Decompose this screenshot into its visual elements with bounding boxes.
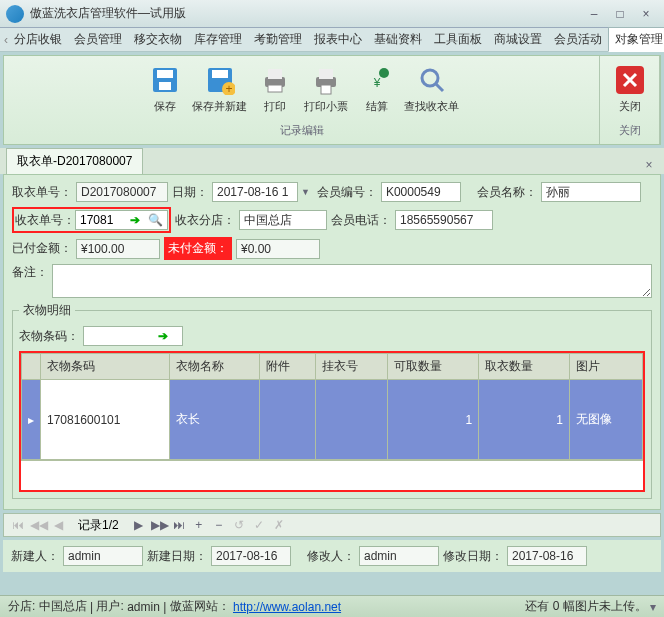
save-button[interactable]: 保存 — [142, 60, 188, 121]
modified-date-field — [507, 546, 587, 566]
date-field[interactable] — [212, 182, 298, 202]
unpaid-label: 未付金额： — [164, 237, 232, 260]
nav-first-button[interactable]: ⏮ — [10, 518, 26, 532]
cell-pic[interactable]: 无图像 — [570, 380, 643, 460]
menu-object[interactable]: 对象管理 — [608, 27, 664, 52]
ribbon-group-close: 关闭 关闭 — [600, 56, 660, 144]
barcode-field[interactable] — [84, 327, 154, 345]
menu-stock[interactable]: 库存管理 — [188, 28, 248, 51]
print-button[interactable]: 打印 — [252, 60, 298, 121]
ribbon-group-edit-label: 记录编辑 — [280, 121, 324, 140]
menu-attendance[interactable]: 考勤管理 — [248, 28, 308, 51]
cell-barcode[interactable]: 17081600101 — [41, 380, 170, 460]
lookup-receipt-button[interactable]: 查找收衣单 — [402, 60, 462, 121]
phone-field[interactable] — [395, 210, 493, 230]
chevron-down-icon[interactable]: ▾ — [650, 600, 656, 614]
col-pic[interactable]: 图片 — [570, 354, 643, 380]
cell-takeqty[interactable]: 1 — [479, 380, 570, 460]
settle-icon: ¥ — [361, 64, 393, 96]
member-name-field[interactable] — [541, 182, 641, 202]
col-attach[interactable]: 附件 — [260, 354, 315, 380]
document-tabstrip: 取衣单-D2017080007 × — [0, 148, 664, 174]
svg-rect-11 — [319, 69, 333, 79]
date-dropdown-icon[interactable]: ▼ — [298, 187, 313, 197]
cell-canqty[interactable]: 1 — [388, 380, 479, 460]
app-logo-icon — [6, 5, 24, 23]
row-indicator-icon: ▸ — [22, 380, 41, 460]
status-user-label: 用户: — [96, 598, 123, 615]
status-site-link[interactable]: http://www.aolan.net — [233, 600, 341, 614]
cell-attach[interactable] — [260, 380, 315, 460]
nav-undo-button[interactable]: ↺ — [231, 518, 247, 532]
nav-prev-page-button[interactable]: ◀◀ — [30, 518, 46, 532]
cell-hang[interactable] — [315, 380, 388, 460]
col-barcode[interactable]: 衣物条码 — [41, 354, 170, 380]
nav-cancel-button[interactable]: ✗ — [271, 518, 287, 532]
col-takeqty[interactable]: 取衣数量 — [479, 354, 570, 380]
detail-legend: 衣物明细 — [19, 302, 75, 319]
table-row[interactable]: ▸ 17081600101 衣长 1 1 无图像 — [22, 380, 643, 460]
save-new-button[interactable]: + 保存并新建 — [190, 60, 250, 121]
menu-member[interactable]: 会员管理 — [68, 28, 128, 51]
record-navigator: ⏮ ◀◀ ◀ 记录1/2 ▶ ▶▶ ⏭ + − ↺ ✓ ✗ — [3, 513, 661, 537]
close-window-button[interactable]: × — [634, 5, 658, 23]
menu-activity[interactable]: 会员活动 — [548, 28, 608, 51]
svg-point-15 — [422, 70, 438, 86]
ribbon-group-close-label: 关闭 — [619, 121, 641, 140]
arrow-right-icon[interactable]: ➔ — [126, 213, 144, 227]
nav-last-button[interactable]: ⏭ — [171, 518, 187, 532]
remark-field[interactable] — [52, 264, 652, 298]
audit-row: 新建人： 新建日期： 修改人： 修改日期： — [3, 540, 661, 572]
save-icon — [149, 64, 181, 96]
row-indicator-header — [22, 354, 41, 380]
branch-field[interactable] — [239, 210, 327, 230]
print-icon — [259, 64, 291, 96]
status-upload-info: 还有 0 幅图片未上传。 — [525, 598, 646, 615]
paid-label: 已付金额： — [12, 240, 72, 257]
status-site-label: 傲蓝网站： — [170, 598, 230, 615]
menu-cashier[interactable]: 分店收银 — [8, 28, 68, 51]
col-canqty[interactable]: 可取数量 — [388, 354, 479, 380]
maximize-button[interactable]: □ — [608, 5, 632, 23]
receipt-no-lookup[interactable]: ➔ 🔍 — [75, 210, 168, 230]
tab-close-button[interactable]: × — [640, 156, 658, 174]
svg-rect-4 — [212, 70, 228, 78]
pickup-no-label: 取衣单号： — [12, 184, 72, 201]
menu-transfer[interactable]: 移交衣物 — [128, 28, 188, 51]
search-icon[interactable]: 🔍 — [144, 213, 167, 227]
minimize-button[interactable]: – — [582, 5, 606, 23]
search-icon — [416, 64, 448, 96]
tab-pickup-order[interactable]: 取衣单-D2017080007 — [6, 148, 143, 174]
col-hang[interactable]: 挂衣号 — [315, 354, 388, 380]
nav-prev-button[interactable]: ◀ — [50, 518, 66, 532]
nav-next-button[interactable]: ▶ — [131, 518, 147, 532]
menu-report[interactable]: 报表中心 — [308, 28, 368, 51]
svg-rect-1 — [157, 70, 173, 78]
menu-mall[interactable]: 商城设置 — [488, 28, 548, 51]
barcode-lookup[interactable]: ➔ — [83, 326, 183, 346]
nav-save-button[interactable]: ✓ — [251, 518, 267, 532]
cell-name[interactable]: 衣长 — [169, 380, 260, 460]
col-name[interactable]: 衣物名称 — [169, 354, 260, 380]
close-icon — [614, 64, 646, 96]
nav-delete-button[interactable]: − — [211, 518, 227, 532]
nav-next-page-button[interactable]: ▶▶ — [151, 518, 167, 532]
nav-add-button[interactable]: + — [191, 518, 207, 532]
status-branch-label: 分店: — [8, 598, 35, 615]
pickup-no-field[interactable] — [76, 182, 168, 202]
modified-date-label: 修改日期： — [443, 548, 503, 565]
member-no-field[interactable] — [381, 182, 461, 202]
remark-label: 备注： — [12, 264, 48, 281]
grid-header-row: 衣物条码 衣物名称 附件 挂衣号 可取数量 取衣数量 图片 — [22, 354, 643, 380]
unpaid-field — [236, 239, 320, 259]
settle-button[interactable]: ¥ 结算 — [354, 60, 400, 121]
menu-tools[interactable]: 工具面板 — [428, 28, 488, 51]
detail-grid[interactable]: 衣物条码 衣物名称 附件 挂衣号 可取数量 取衣数量 图片 ▸ 17081600… — [21, 353, 643, 460]
arrow-right-icon[interactable]: ➔ — [154, 329, 172, 343]
receipt-no-field[interactable] — [76, 211, 126, 229]
svg-line-16 — [436, 84, 443, 91]
close-button[interactable]: 关闭 — [607, 60, 653, 121]
created-by-label: 新建人： — [11, 548, 59, 565]
menu-basedata[interactable]: 基础资料 — [368, 28, 428, 51]
print-ticket-button[interactable]: 打印小票 — [300, 60, 352, 121]
